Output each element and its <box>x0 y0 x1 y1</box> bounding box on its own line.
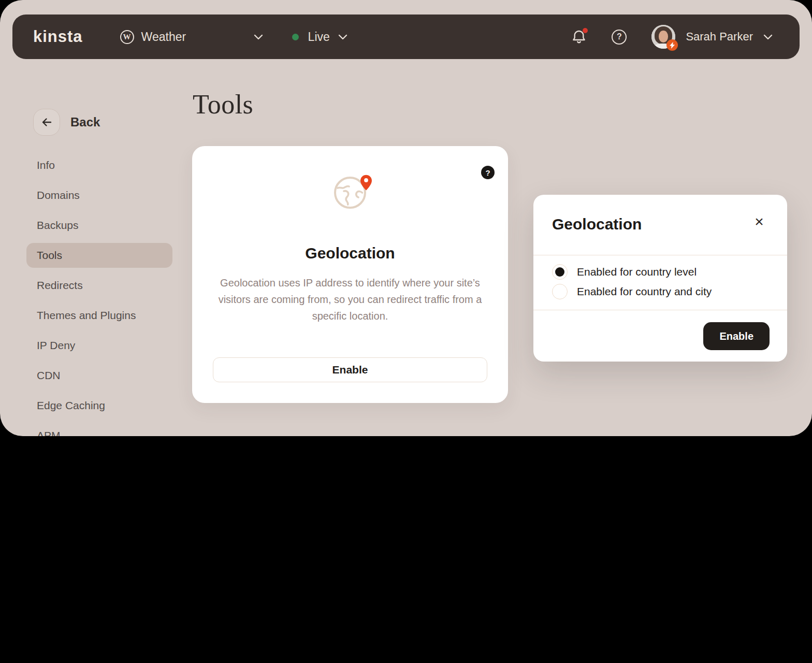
globe-pin-icon <box>334 176 367 209</box>
help-icon: ? <box>617 32 622 41</box>
question-badge-icon[interactable]: ? <box>481 166 495 179</box>
chevron-down-icon <box>763 34 773 40</box>
sidebar-item-redirects[interactable]: Redirects <box>26 273 172 298</box>
help-button[interactable]: ? <box>612 30 627 45</box>
close-icon[interactable]: × <box>752 214 766 229</box>
wordpress-icon: W <box>120 30 134 44</box>
geolocation-card: ? Geolocation Geolocation uses IP addres… <box>192 146 508 403</box>
divider <box>533 255 787 255</box>
back-arrow-icon <box>40 116 53 128</box>
sidebar-item-apm[interactable]: APM <box>26 423 172 436</box>
back-label: Back <box>70 115 100 129</box>
card-title: Geolocation <box>192 244 508 262</box>
site-selector-dropdown[interactable]: W Weather <box>120 30 263 44</box>
kinsta-logo: kinsta <box>33 27 83 46</box>
card-description: Geolocation uses IP address to identify … <box>214 275 486 324</box>
radio-country-and-city[interactable] <box>552 284 568 299</box>
location-pin-icon <box>360 175 372 191</box>
sidebar-item-tools[interactable]: Tools <box>26 243 172 268</box>
modal-title: Geolocation <box>552 215 642 233</box>
app-window: kinsta W Weather Live <box>0 0 812 436</box>
environment-selector-dropdown[interactable]: Live <box>292 30 347 44</box>
user-avatar <box>651 25 675 49</box>
back-button[interactable] <box>33 109 60 136</box>
chevron-down-icon <box>254 34 263 40</box>
notifications-button[interactable] <box>572 30 586 45</box>
option-country-and-city[interactable]: Enabled for country and city <box>552 282 769 301</box>
site-selector-label: Weather <box>141 30 186 44</box>
sidebar-item-domains[interactable]: Domains <box>26 183 172 208</box>
live-status-dot <box>292 34 299 40</box>
sidebar-item-backups[interactable]: Backups <box>26 213 172 238</box>
modal-enable-button[interactable]: Enable <box>703 322 770 350</box>
environment-label: Live <box>308 30 330 44</box>
desktop-background: kinsta W Weather Live <box>0 0 812 663</box>
chevron-down-icon <box>338 34 347 40</box>
sidebar-item-edge-caching[interactable]: Edge Caching <box>26 393 172 418</box>
sidebar-nav: Info Domains Backups Tools Redirects The… <box>26 153 172 436</box>
enable-button[interactable]: Enable <box>213 357 487 382</box>
user-menu[interactable]: Sarah Parker <box>651 25 773 49</box>
lightning-badge-icon <box>666 39 678 51</box>
option-country-level[interactable]: Enabled for country level <box>552 262 769 282</box>
sidebar-item-info[interactable]: Info <box>26 153 172 178</box>
option-label: Enabled for country level <box>577 266 697 278</box>
user-name: Sarah Parker <box>686 30 753 44</box>
divider <box>533 310 787 310</box>
topbar-actions: ? Sarah Parker <box>572 25 773 49</box>
topbar: kinsta W Weather Live <box>12 15 800 59</box>
sidebar-item-cdn[interactable]: CDN <box>26 363 172 388</box>
sidebar-item-themes-and-plugins[interactable]: Themes and Plugins <box>26 303 172 328</box>
option-label: Enabled for country and city <box>577 285 712 298</box>
sidebar-item-ip-deny[interactable]: IP Deny <box>26 333 172 358</box>
page-title: Tools <box>193 89 253 120</box>
radio-country-level[interactable] <box>552 264 568 280</box>
geolocation-modal: Geolocation × Enabled for country level … <box>533 195 787 362</box>
notification-badge <box>583 28 588 33</box>
geolocation-options: Enabled for country level Enabled for co… <box>552 262 769 301</box>
